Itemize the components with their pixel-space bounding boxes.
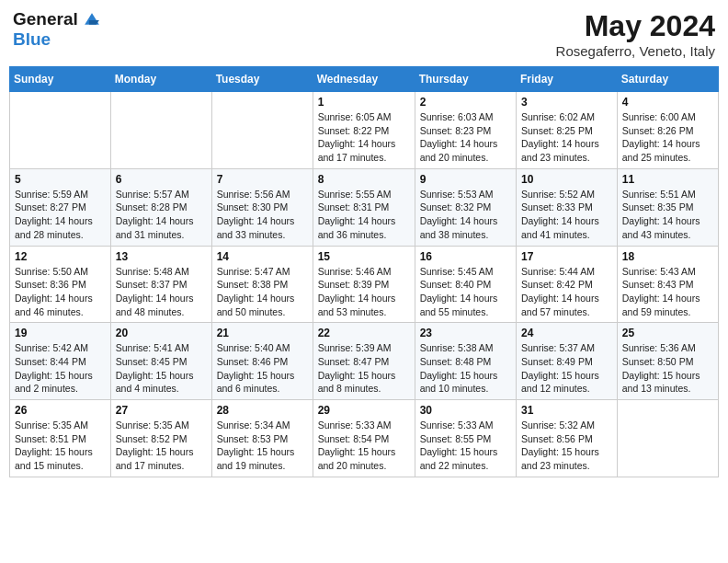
day-info: Sunrise: 5:43 AM Sunset: 8:43 PM Dayligh… — [622, 265, 713, 319]
day-number: 16 — [420, 250, 511, 263]
calendar-cell — [10, 92, 111, 169]
calendar-cell: 25Sunrise: 5:36 AM Sunset: 8:50 PM Dayli… — [617, 323, 718, 400]
day-of-week-header: Saturday — [617, 67, 718, 92]
day-number: 4 — [622, 96, 713, 109]
day-info: Sunrise: 5:36 AM Sunset: 8:50 PM Dayligh… — [622, 341, 713, 396]
day-number: 30 — [420, 404, 511, 417]
month-year-title: May 2024 — [556, 9, 715, 43]
day-info: Sunrise: 5:45 AM Sunset: 8:40 PM Dayligh… — [420, 265, 511, 319]
calendar-week-row: 12Sunrise: 5:50 AM Sunset: 8:36 PM Dayli… — [10, 246, 719, 323]
day-info: Sunrise: 5:48 AM Sunset: 8:37 PM Dayligh… — [116, 265, 207, 319]
logo-text: General — [13, 9, 104, 30]
day-number: 2 — [420, 96, 511, 109]
calendar-cell: 6Sunrise: 5:57 AM Sunset: 8:28 PM Daylig… — [110, 168, 211, 246]
calendar-cell: 5Sunrise: 5:59 AM Sunset: 8:27 PM Daylig… — [10, 168, 111, 246]
day-number: 12 — [15, 250, 106, 263]
location-subtitle: Rosegaferro, Veneto, Italy — [556, 43, 715, 59]
calendar-cell: 3Sunrise: 6:02 AM Sunset: 8:25 PM Daylig… — [517, 92, 618, 169]
logo-icon — [80, 10, 104, 30]
calendar-cell: 16Sunrise: 5:45 AM Sunset: 8:40 PM Dayli… — [415, 246, 516, 323]
calendar-cell: 22Sunrise: 5:39 AM Sunset: 8:47 PM Dayli… — [313, 323, 415, 400]
calendar-cell: 18Sunrise: 5:43 AM Sunset: 8:43 PM Dayli… — [617, 246, 718, 323]
day-number: 18 — [622, 250, 713, 263]
day-info: Sunrise: 5:41 AM Sunset: 8:45 PM Dayligh… — [116, 341, 207, 396]
calendar-cell: 17Sunrise: 5:44 AM Sunset: 8:42 PM Dayli… — [517, 246, 618, 323]
calendar-week-row: 1Sunrise: 6:05 AM Sunset: 8:22 PM Daylig… — [10, 92, 719, 169]
day-number: 13 — [116, 250, 207, 263]
day-info: Sunrise: 5:44 AM Sunset: 8:42 PM Dayligh… — [521, 265, 612, 319]
day-info: Sunrise: 5:53 AM Sunset: 8:32 PM Dayligh… — [420, 188, 511, 242]
day-info: Sunrise: 5:35 AM Sunset: 8:51 PM Dayligh… — [15, 419, 106, 473]
calendar-cell: 14Sunrise: 5:47 AM Sunset: 8:38 PM Dayli… — [211, 246, 313, 323]
calendar-cell: 11Sunrise: 5:51 AM Sunset: 8:35 PM Dayli… — [617, 168, 718, 246]
day-info: Sunrise: 5:55 AM Sunset: 8:31 PM Dayligh… — [318, 188, 410, 242]
calendar-cell: 21Sunrise: 5:40 AM Sunset: 8:46 PM Dayli… — [211, 323, 313, 400]
day-of-week-header: Wednesday — [313, 67, 415, 92]
day-number: 9 — [420, 173, 511, 186]
day-of-week-header: Tuesday — [211, 67, 313, 92]
calendar-cell: 20Sunrise: 5:41 AM Sunset: 8:45 PM Dayli… — [110, 323, 211, 400]
day-number: 5 — [15, 173, 106, 186]
day-number: 21 — [217, 327, 308, 339]
calendar-week-row: 5Sunrise: 5:59 AM Sunset: 8:27 PM Daylig… — [10, 168, 719, 246]
day-number: 19 — [15, 327, 106, 339]
day-number: 1 — [318, 96, 410, 109]
calendar-cell — [110, 92, 211, 169]
day-number: 20 — [116, 327, 207, 339]
day-of-week-header: Monday — [110, 67, 211, 92]
logo: General Blue — [13, 9, 104, 50]
calendar-cell: 31Sunrise: 5:32 AM Sunset: 8:56 PM Dayli… — [517, 400, 618, 477]
day-number: 26 — [15, 404, 106, 417]
day-of-week-header: Friday — [517, 67, 618, 92]
calendar-cell: 28Sunrise: 5:34 AM Sunset: 8:53 PM Dayli… — [211, 400, 313, 477]
day-info: Sunrise: 5:37 AM Sunset: 8:49 PM Dayligh… — [521, 341, 612, 396]
page-header: General Blue May 2024 Rosegaferro, Venet… — [9, 9, 719, 59]
calendar-cell: 8Sunrise: 5:55 AM Sunset: 8:31 PM Daylig… — [313, 168, 415, 246]
day-info: Sunrise: 5:39 AM Sunset: 8:47 PM Dayligh… — [318, 341, 410, 396]
day-info: Sunrise: 5:32 AM Sunset: 8:56 PM Dayligh… — [521, 419, 612, 473]
day-number: 8 — [318, 173, 410, 186]
day-number: 29 — [318, 404, 410, 417]
calendar-cell: 12Sunrise: 5:50 AM Sunset: 8:36 PM Dayli… — [10, 246, 111, 323]
day-of-week-header: Thursday — [415, 67, 516, 92]
calendar-cell: 19Sunrise: 5:42 AM Sunset: 8:44 PM Dayli… — [10, 323, 111, 400]
day-number: 3 — [521, 96, 612, 109]
day-number: 14 — [217, 250, 308, 263]
day-info: Sunrise: 5:46 AM Sunset: 8:39 PM Dayligh… — [318, 265, 410, 319]
day-info: Sunrise: 5:57 AM Sunset: 8:28 PM Dayligh… — [116, 188, 207, 242]
day-number: 24 — [521, 327, 612, 339]
calendar-cell: 9Sunrise: 5:53 AM Sunset: 8:32 PM Daylig… — [415, 168, 516, 246]
day-number: 22 — [318, 327, 410, 339]
day-info: Sunrise: 5:33 AM Sunset: 8:54 PM Dayligh… — [318, 419, 410, 473]
calendar-cell: 2Sunrise: 6:03 AM Sunset: 8:23 PM Daylig… — [415, 92, 516, 169]
day-info: Sunrise: 5:34 AM Sunset: 8:53 PM Dayligh… — [217, 419, 308, 473]
day-number: 28 — [217, 404, 308, 417]
calendar-cell: 10Sunrise: 5:52 AM Sunset: 8:33 PM Dayli… — [517, 168, 618, 246]
day-number: 27 — [116, 404, 207, 417]
day-number: 31 — [521, 404, 612, 417]
day-info: Sunrise: 6:02 AM Sunset: 8:25 PM Dayligh… — [521, 110, 612, 165]
calendar-week-row: 19Sunrise: 5:42 AM Sunset: 8:44 PM Dayli… — [10, 323, 719, 400]
day-number: 25 — [622, 327, 713, 339]
day-info: Sunrise: 6:05 AM Sunset: 8:22 PM Dayligh… — [318, 110, 410, 165]
calendar-cell: 29Sunrise: 5:33 AM Sunset: 8:54 PM Dayli… — [313, 400, 415, 477]
day-info: Sunrise: 5:38 AM Sunset: 8:48 PM Dayligh… — [420, 341, 511, 396]
calendar-cell: 1Sunrise: 6:05 AM Sunset: 8:22 PM Daylig… — [313, 92, 415, 169]
calendar-table: SundayMondayTuesdayWednesdayThursdayFrid… — [9, 66, 719, 477]
day-of-week-header: Sunday — [10, 67, 111, 92]
day-info: Sunrise: 5:35 AM Sunset: 8:52 PM Dayligh… — [116, 419, 207, 473]
title-block: May 2024 Rosegaferro, Veneto, Italy — [556, 9, 715, 59]
calendar-cell: 23Sunrise: 5:38 AM Sunset: 8:48 PM Dayli… — [415, 323, 516, 400]
day-info: Sunrise: 5:47 AM Sunset: 8:38 PM Dayligh… — [217, 265, 308, 319]
day-number: 11 — [622, 173, 713, 186]
calendar-cell: 30Sunrise: 5:33 AM Sunset: 8:55 PM Dayli… — [415, 400, 516, 477]
calendar-cell — [211, 92, 313, 169]
calendar-cell: 24Sunrise: 5:37 AM Sunset: 8:49 PM Dayli… — [517, 323, 618, 400]
day-info: Sunrise: 5:50 AM Sunset: 8:36 PM Dayligh… — [15, 265, 106, 319]
calendar-cell: 7Sunrise: 5:56 AM Sunset: 8:30 PM Daylig… — [211, 168, 313, 246]
calendar-cell: 13Sunrise: 5:48 AM Sunset: 8:37 PM Dayli… — [110, 246, 211, 323]
day-number: 23 — [420, 327, 511, 339]
logo-blue-text: Blue — [13, 30, 104, 50]
day-number: 17 — [521, 250, 612, 263]
calendar-cell: 15Sunrise: 5:46 AM Sunset: 8:39 PM Dayli… — [313, 246, 415, 323]
